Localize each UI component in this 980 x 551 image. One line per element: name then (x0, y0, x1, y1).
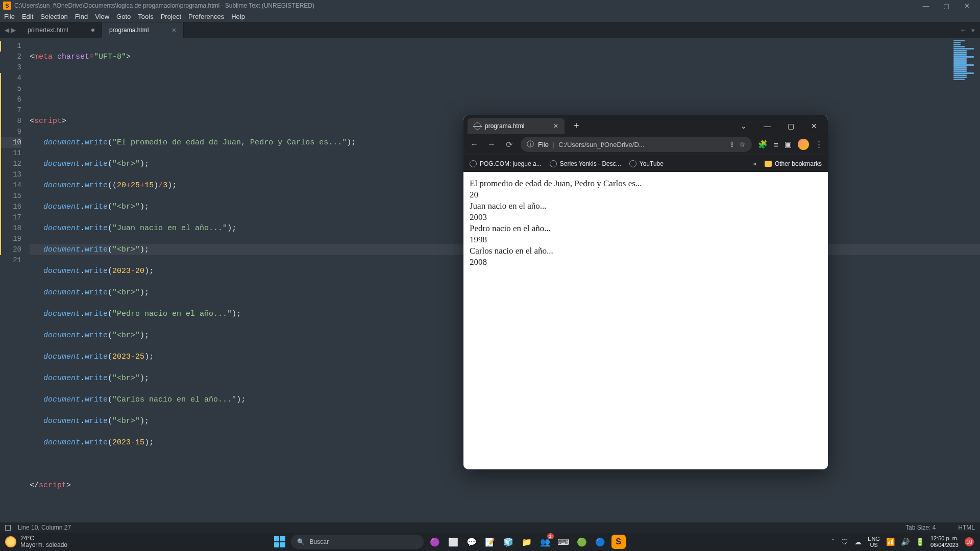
terminal-icon[interactable]: ⌨ (556, 535, 571, 549)
page-line: Juan nacio en el año... (470, 201, 822, 212)
chrome-forward-button[interactable]: → (486, 140, 497, 149)
window-maximize-button[interactable]: ▢ (936, 2, 957, 10)
syntax-mode[interactable]: HTML (958, 524, 975, 531)
menu-file[interactable]: File (4, 13, 15, 20)
chrome-tab[interactable]: programa.html ✕ (468, 118, 565, 134)
taskbar-search[interactable]: 🔍 Buscar (291, 535, 424, 549)
line-number: 2 (1, 52, 21, 62)
tray-security-icon[interactable]: 🛡 (841, 538, 848, 546)
chrome-tabsearch-icon[interactable]: ⌄ (734, 122, 753, 134)
tray-volume-icon[interactable]: 🔊 (901, 538, 910, 546)
notepad-icon[interactable]: 📝 (483, 535, 497, 549)
unsaved-dot-icon (91, 29, 94, 32)
page-line: El promedio de edad de Juan, Pedro y Car… (470, 178, 822, 189)
new-tab-button[interactable]: ＋ (960, 26, 966, 35)
line-number: 4 (0, 73, 21, 84)
menu-tools[interactable]: Tools (138, 13, 153, 20)
menu-help[interactable]: Help (231, 13, 245, 20)
url-scheme: File (538, 141, 549, 148)
line-number: 7 (0, 105, 21, 116)
store-icon[interactable]: 🧊 (501, 535, 516, 549)
menu-bar: File Edit Selection Find View Goto Tools… (0, 11, 980, 22)
page-line: 1998 (470, 234, 822, 245)
line-number: 12 (0, 159, 21, 169)
teams-icon[interactable]: 👥 (538, 535, 552, 549)
bookmark-overflow[interactable]: » (753, 160, 756, 167)
tab-primertext[interactable]: primertext.html (20, 22, 102, 38)
tray-onedrive-icon[interactable]: ☁ (854, 538, 862, 546)
window-close-button[interactable]: ✕ (957, 2, 977, 10)
chrome-back-button[interactable]: ← (469, 140, 480, 149)
globe-icon (470, 160, 477, 167)
chrome-maximize-button[interactable]: ▢ (781, 122, 800, 134)
line-number: 17 (0, 212, 21, 223)
menu-preferences[interactable]: Preferences (188, 13, 224, 20)
line-number: 15 (0, 191, 21, 202)
panel-toggle-icon[interactable] (5, 525, 11, 531)
menu-project[interactable]: Project (161, 13, 181, 20)
line-number: 14 (0, 180, 21, 191)
widgets-icon[interactable]: ⬜ (446, 535, 460, 549)
tray-language[interactable]: ENG US (868, 536, 880, 548)
menu-selection[interactable]: Selection (40, 13, 67, 20)
edge-icon[interactable]: 🔵 (593, 535, 607, 549)
line-number: 16 (0, 202, 21, 212)
chrome-close-button[interactable]: ✕ (804, 122, 824, 134)
chrome-tab-close-icon[interactable]: ✕ (553, 122, 558, 130)
sublime-icon[interactable]: S (611, 535, 626, 549)
line-number: 13 (0, 169, 21, 180)
line-number: 19 (0, 234, 21, 244)
window-titlebar: S C:\Users\sun_f\OneDrive\Documents\logi… (0, 0, 980, 11)
share-icon[interactable]: ⇪ (729, 140, 735, 148)
profile-avatar-icon[interactable] (798, 139, 809, 150)
tab-size[interactable]: Tab Size: 4 (905, 524, 936, 531)
reading-list-icon[interactable]: ≡ (774, 140, 778, 149)
menu-view[interactable]: View (95, 13, 109, 20)
sublime-logo-icon: S (3, 2, 11, 10)
task-view-icon[interactable]: 🟣 (428, 535, 442, 549)
tray-battery-icon[interactable]: 🔋 (916, 538, 924, 546)
chrome-new-tab-button[interactable]: ＋ (569, 119, 584, 134)
bookmark-pog[interactable]: POG.COM: juegue a... (470, 160, 542, 167)
tab-programa[interactable]: programa.html × (102, 22, 184, 38)
bookmark-series[interactable]: Series Yonkis - Desc... (550, 160, 621, 167)
page-line: Pedro nacio en el año... (470, 223, 822, 234)
other-bookmarks[interactable]: Other bookmarks (765, 160, 822, 167)
page-line: 2008 (470, 257, 822, 268)
start-button[interactable] (273, 535, 287, 549)
chrome-page-content: El promedio de edad de Juan, Pedro y Car… (463, 172, 828, 469)
url-text: C:/Users/sun_f/OneDrive/D... (558, 141, 644, 148)
tab-close-icon[interactable]: × (172, 26, 176, 34)
explorer-icon[interactable]: 📁 (520, 535, 534, 549)
tray-wifi-icon[interactable]: 📶 (886, 538, 895, 546)
line-number: 18 (0, 223, 21, 234)
tray-clock[interactable]: 12:50 p. m. 06/04/2023 (930, 535, 959, 548)
menu-edit[interactable]: Edit (22, 13, 33, 20)
sidepanel-icon[interactable]: ▣ (785, 140, 792, 149)
weather-desc: Mayorm. soleado (20, 542, 67, 548)
tab-label: primertext.html (28, 27, 68, 34)
cursor-position: Line 10, Column 27 (18, 524, 71, 531)
menu-find[interactable]: Find (75, 13, 88, 20)
tray-chevron-icon[interactable]: ˄ (831, 538, 835, 546)
tab-dropdown-icon[interactable]: ▾ (971, 27, 975, 34)
folder-icon (765, 161, 772, 167)
chrome-reload-button[interactable]: ⟳ (503, 140, 514, 149)
chrome-menu-icon[interactable]: ⋮ (815, 140, 823, 149)
extensions-icon[interactable]: 🧩 (758, 140, 768, 149)
chat-icon[interactable]: 💬 (464, 535, 479, 549)
tab-nav-arrows[interactable]: ◀ ▶ (0, 22, 20, 38)
tray-notifications-badge[interactable]: 10 (965, 537, 974, 546)
star-icon[interactable]: ☆ (739, 140, 746, 148)
chrome-address-bar[interactable]: ⓘ File | C:/Users/sun_f/OneDrive/D... ⇪ … (521, 137, 752, 152)
window-minimize-button[interactable]: — (916, 2, 936, 10)
menu-goto[interactable]: Goto (116, 13, 131, 20)
chrome-icon[interactable]: 🟢 (575, 535, 589, 549)
sun-icon (5, 536, 16, 547)
status-bar: Line 10, Column 27 Tab Size: 4 HTML (0, 522, 980, 533)
taskbar-weather[interactable]: 24°C Mayorm. soleado (0, 535, 72, 548)
minimap[interactable] (953, 40, 978, 81)
bookmark-youtube[interactable]: YouTube (629, 160, 664, 167)
chrome-minimize-button[interactable]: — (757, 122, 777, 134)
chrome-window[interactable]: programa.html ✕ ＋ ⌄ — ▢ ✕ ← → ⟳ ⓘ File |… (463, 115, 828, 469)
